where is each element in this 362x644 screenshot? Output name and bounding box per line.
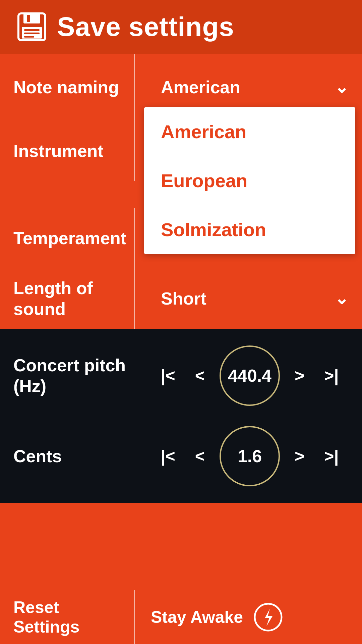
- note-naming-label: Note naming: [13, 77, 144, 98]
- note-naming-chevron[interactable]: ⌄: [335, 77, 349, 97]
- length-of-sound-value-container[interactable]: Short ⌄: [144, 288, 349, 309]
- length-of-sound-selected: Short: [161, 288, 206, 309]
- svg-rect-1: [23, 13, 40, 23]
- svg-rect-6: [24, 36, 34, 38]
- footer-divider: [134, 590, 135, 644]
- length-of-sound-label: Length of sound: [13, 278, 144, 320]
- header: Save settings: [0, 0, 362, 54]
- cents-first-btn[interactable]: |<: [156, 443, 180, 469]
- reset-settings-button[interactable]: Reset Settings: [0, 598, 134, 637]
- svg-rect-4: [24, 29, 40, 31]
- temperament-label: Temperament: [13, 228, 144, 249]
- cents-prev-btn[interactable]: <: [190, 443, 210, 469]
- cents-last-btn[interactable]: >|: [319, 443, 344, 469]
- concert-pitch-value: 440.4: [220, 345, 280, 406]
- length-of-sound-chevron[interactable]: ⌄: [335, 289, 349, 308]
- concert-pitch-row: Concert pitch (Hz) |< < 440.4 > >|: [0, 335, 362, 416]
- cents-row: Cents |< < 1.6 > >|: [0, 416, 362, 496]
- svg-rect-5: [24, 33, 40, 34]
- concert-pitch-next-btn[interactable]: >: [290, 363, 309, 389]
- length-of-sound-row: Length of sound Short ⌄: [0, 268, 362, 329]
- stay-awake-label: Stay Awake: [151, 607, 243, 627]
- cents-controls: |< < 1.6 > >|: [144, 426, 349, 486]
- stay-awake-icon: [253, 602, 283, 632]
- page-title: Save settings: [57, 11, 234, 42]
- note-naming-value[interactable]: American ⌄: [144, 77, 349, 97]
- dropdown-item-solmization[interactable]: Solmization: [144, 205, 355, 254]
- concert-pitch-controls: |< < 440.4 > >|: [144, 345, 349, 406]
- cents-value: 1.6: [220, 426, 280, 486]
- instrument-label: Instrument: [13, 141, 144, 161]
- dark-section: Concert pitch (Hz) |< < 440.4 > >| Cents…: [0, 329, 362, 503]
- cents-label: Cents: [13, 446, 144, 467]
- note-naming-dropdown[interactable]: American European Solmization: [144, 107, 355, 254]
- save-icon: [17, 12, 47, 42]
- dropdown-item-european[interactable]: European: [144, 156, 355, 205]
- concert-pitch-last-btn[interactable]: >|: [319, 363, 344, 389]
- concert-pitch-prev-btn[interactable]: <: [190, 363, 210, 389]
- concert-pitch-first-btn[interactable]: |<: [156, 363, 180, 389]
- footer: Reset Settings Stay Awake: [0, 590, 362, 644]
- cents-next-btn[interactable]: >: [290, 443, 309, 469]
- note-naming-selected: American: [161, 77, 240, 97]
- svg-rect-2: [27, 15, 30, 22]
- stay-awake-button[interactable]: Stay Awake: [134, 602, 362, 632]
- settings-section: Note naming American ⌄ American European…: [0, 54, 362, 329]
- concert-pitch-label: Concert pitch (Hz): [13, 355, 144, 397]
- dropdown-item-american[interactable]: American: [144, 107, 355, 156]
